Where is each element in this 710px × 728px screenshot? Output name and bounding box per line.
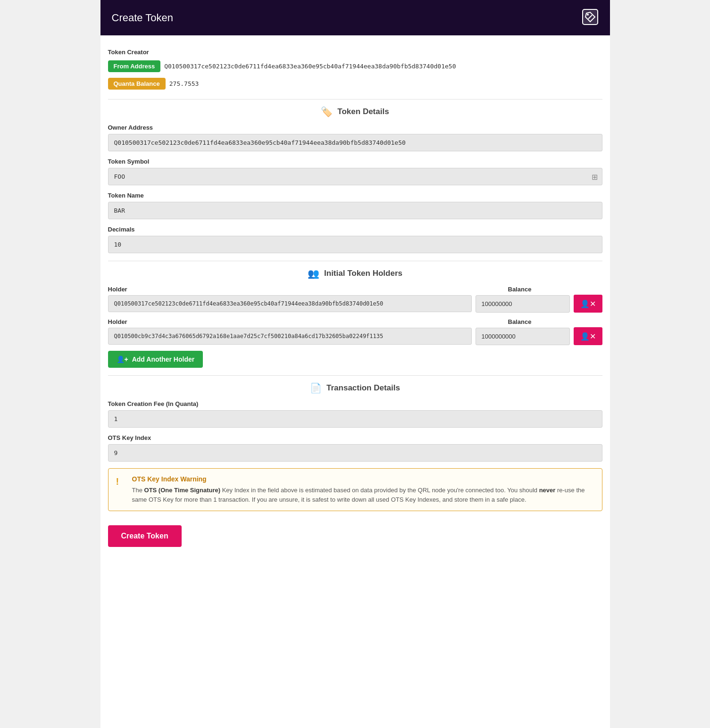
- fee-label: Token Creation Fee (In Quanta): [108, 400, 602, 407]
- holder-2-label-row: Holder Balance: [108, 318, 602, 325]
- remove-icon-2: 👤✕: [580, 332, 596, 341]
- holder-2-balance-input[interactable]: [476, 328, 570, 345]
- holder-1-row: 👤✕: [108, 295, 602, 313]
- svg-point-1: [587, 14, 589, 16]
- initial-holders-heading: 👥 Initial Token Holders: [108, 268, 602, 279]
- symbol-input-icon: ⊞: [592, 172, 598, 181]
- quanta-balance-value: 275.7553: [169, 80, 199, 87]
- holder-1-label-row: Holder Balance: [108, 286, 602, 293]
- token-name-group: Token Name: [108, 192, 602, 219]
- page-title: Create Token: [112, 12, 173, 24]
- quanta-balance-row: Quanta Balance 275.7553: [108, 78, 602, 90]
- token-name-input[interactable]: [108, 202, 602, 219]
- initial-holders-section: 👥 Initial Token Holders Holder Balance 👤…: [108, 261, 602, 368]
- token-details-section: 🏷️ Token Details Owner Address Token Sym…: [108, 99, 602, 253]
- owner-address-group: Owner Address: [108, 124, 602, 151]
- owner-address-input[interactable]: [108, 134, 602, 151]
- tag-icon: [582, 8, 599, 27]
- add-another-holder-label: Add Another Holder: [132, 356, 194, 363]
- token-symbol-group: Token Symbol ⊞: [108, 158, 602, 185]
- ots-never: never: [539, 487, 556, 494]
- ots-bold-1: OTS (One Time Signature): [144, 487, 221, 494]
- transaction-icon: 📄: [310, 382, 322, 394]
- quanta-balance-badge: Quanta Balance: [108, 78, 166, 90]
- decimals-input[interactable]: [108, 236, 602, 253]
- token-creator-section: Token Creator From Address Q010500317ce5…: [108, 35, 602, 91]
- initial-holders-label: Initial Token Holders: [324, 269, 402, 278]
- create-token-button[interactable]: Create Token: [108, 525, 182, 547]
- main-content: Token Creator From Address Q010500317ce5…: [100, 35, 610, 561]
- holder-1-address-input[interactable]: [108, 295, 472, 312]
- from-address-badge: From Address: [108, 60, 161, 72]
- warning-content: OTS Key Index Warning The OTS (One Time …: [132, 475, 594, 504]
- ots-input[interactable]: [108, 444, 602, 462]
- token-creator-label: Token Creator: [108, 42, 602, 60]
- holders-icon: 👥: [308, 268, 319, 279]
- create-token-label: Create Token: [121, 532, 168, 540]
- from-address-value: Q010500317ce502123c0de6711fd4ea6833ea360…: [164, 63, 456, 70]
- token-symbol-label: Token Symbol: [108, 158, 602, 165]
- ots-label: OTS Key Index: [108, 434, 602, 441]
- holder-1-address-label: Holder: [108, 286, 504, 293]
- holder-2-address-input[interactable]: [108, 328, 472, 345]
- owner-address-label: Owner Address: [108, 124, 602, 131]
- from-address-row: From Address Q010500317ce502123c0de6711f…: [108, 60, 602, 72]
- holder-2-balance-label: Balance: [508, 318, 602, 325]
- holder-1-balance-input[interactable]: [476, 295, 570, 313]
- ots-group: OTS Key Index: [108, 434, 602, 462]
- add-holder-icon: 👤+: [117, 356, 128, 363]
- ots-warning-box: ! OTS Key Index Warning The OTS (One Tim…: [108, 468, 602, 511]
- add-another-holder-button[interactable]: 👤+ Add Another Holder: [108, 351, 203, 368]
- token-details-heading: 🏷️ Token Details: [108, 106, 602, 117]
- holder-2-remove-button[interactable]: 👤✕: [574, 327, 602, 345]
- transaction-details-label: Transaction Details: [326, 383, 400, 393]
- transaction-details-heading: 📄 Transaction Details: [108, 382, 602, 394]
- token-details-icon: 🏷️: [321, 106, 333, 117]
- warning-title: OTS Key Index Warning: [132, 475, 594, 483]
- holder-1-balance-label: Balance: [508, 286, 602, 293]
- holder-2-row: 👤✕: [108, 327, 602, 345]
- header: Create Token: [100, 0, 610, 35]
- token-details-label: Token Details: [337, 107, 389, 116]
- fee-group: Token Creation Fee (In Quanta): [108, 400, 602, 428]
- app-container: Create Token Token Creator From Address …: [100, 0, 610, 728]
- holder-1-section: Holder Balance 👤✕: [108, 286, 602, 313]
- warning-text: The OTS (One Time Signature) Key Index i…: [132, 486, 594, 504]
- decimals-group: Decimals: [108, 226, 602, 253]
- warning-icon: !: [116, 476, 125, 487]
- token-symbol-wrapper: ⊞: [108, 168, 602, 185]
- token-symbol-input[interactable]: [108, 168, 602, 185]
- fee-input[interactable]: [108, 410, 602, 428]
- holder-2-section: Holder Balance 👤✕: [108, 318, 602, 345]
- holder-2-address-label: Holder: [108, 318, 504, 325]
- remove-icon-1: 👤✕: [580, 299, 596, 308]
- decimals-label: Decimals: [108, 226, 602, 233]
- transaction-details-section: 📄 Transaction Details Token Creation Fee…: [108, 375, 602, 511]
- holder-1-remove-button[interactable]: 👤✕: [574, 295, 602, 313]
- token-name-label: Token Name: [108, 192, 602, 199]
